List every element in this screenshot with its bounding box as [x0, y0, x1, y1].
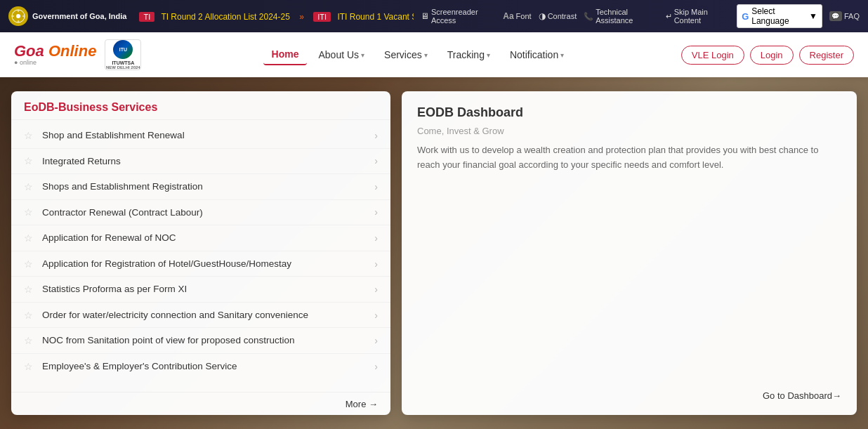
nav-tracking-label: Tracking: [447, 49, 485, 60]
star-icon: ☆: [24, 310, 35, 321]
select-language-button[interactable]: G Select Language ▼: [737, 4, 822, 28]
screenreader-button[interactable]: 🖥 Screenreader Access: [421, 8, 496, 25]
main-nav: Home About Us ▾ Services ▾ Tracking ▾ No…: [154, 44, 681, 65]
itu-text: ITUWTSA: [112, 60, 134, 65]
font-label: Font: [516, 12, 532, 20]
notification-chevron-icon: ▾: [560, 51, 564, 59]
contrast-icon: ◑: [539, 11, 546, 21]
chevron-right-icon: ›: [374, 310, 378, 321]
monitor-icon: 🖥: [421, 11, 429, 21]
ticker-label-2: ITI: [313, 12, 331, 22]
eodb-item-text-8: NOC from Sanitation point of view for pr…: [42, 334, 370, 347]
nav-about-label: About Us: [318, 49, 359, 60]
goa-online-text: Goa Online: [14, 44, 96, 59]
itu-subtext: NEW DELHI 2024: [106, 65, 140, 70]
panels-container: EoDB-Business Services ☆ Shop and Establ…: [0, 77, 868, 429]
eodb-list-item[interactable]: ☆ Contractor Renewal (Contract Labour) ›: [11, 200, 390, 226]
star-icon: ☆: [24, 335, 35, 346]
eodb-list-item[interactable]: ☆ Order for water/electricity connection…: [11, 303, 390, 329]
eodb-list-item[interactable]: ☆ Employee's & Employer's Contribution S…: [11, 354, 390, 379]
font-button[interactable]: Aa Font: [503, 11, 531, 21]
dashboard-description: Work with us to develop a wealth creatio…: [417, 143, 841, 378]
ticker-scroll: TI TI Round 2 Allocation List 2024-25 » …: [139, 12, 413, 22]
contrast-button[interactable]: ◑ Contrast: [539, 11, 577, 21]
eodb-footer: More →: [11, 392, 390, 415]
eodb-list-item[interactable]: ☆ Application for Registration of Hotel/…: [11, 251, 390, 277]
eodb-list: ☆ Shop and Establishment Renewal › ☆ Int…: [11, 120, 390, 392]
govt-emblem-icon: [8, 6, 28, 26]
vle-login-button[interactable]: VLE Login: [681, 46, 744, 65]
technical-label: Technical Assistance: [596, 8, 658, 25]
skip-icon: ↵: [666, 12, 672, 21]
eodb-item-text-3: Contractor Renewal (Contract Labour): [42, 206, 370, 219]
login-button[interactable]: Login: [750, 46, 794, 65]
goa-online-logo[interactable]: Goa Online ● online: [14, 44, 96, 66]
tracking-chevron-icon: ▾: [487, 51, 490, 59]
star-icon: ☆: [24, 361, 35, 372]
chevron-right-icon: ›: [374, 181, 378, 192]
eodb-list-item[interactable]: ☆ Shops and Establishment Registration ›: [11, 174, 390, 200]
eodb-item-text-1: Integrated Returns: [42, 155, 370, 168]
nav-about-us[interactable]: About Us ▾: [310, 45, 373, 65]
eodb-panel-header: EoDB-Business Services: [11, 91, 390, 120]
nav-notification[interactable]: Notification ▾: [501, 45, 572, 65]
eodb-list-item[interactable]: ☆ Statistics Proforma as per Form XI ›: [11, 277, 390, 303]
govt-name-label: Government of Goa, India: [32, 12, 126, 20]
ticker-arrow: »: [299, 12, 304, 22]
top-bar-right: 🖥 Screenreader Access Aa Font ◑ Contrast…: [421, 4, 860, 28]
faq-button[interactable]: 💬 FAQ: [829, 11, 860, 21]
star-icon: ☆: [24, 284, 35, 295]
eodb-list-item[interactable]: ☆ Integrated Returns ›: [11, 149, 390, 175]
chevron-right-icon: ›: [374, 361, 378, 372]
nav-notification-label: Notification: [510, 49, 558, 60]
news-ticker: TI TI Round 2 Allocation List 2024-25 » …: [139, 11, 413, 22]
chat-icon: 💬: [829, 11, 842, 21]
chevron-right-icon: ›: [374, 130, 378, 141]
eodb-title: EoDB-Business Services: [24, 101, 378, 114]
chevron-right-icon: ›: [374, 206, 378, 218]
dashboard-title: EODB Dashboard: [417, 105, 841, 120]
star-icon: ☆: [24, 155, 35, 166]
logo-area: Goa Online ● online ITU ITUWTSA NEW DELH…: [14, 39, 154, 70]
eodb-item-text-2: Shops and Establishment Registration: [42, 180, 370, 193]
eodb-item-text-4: Application for Renewal of NOC: [42, 232, 370, 244]
nav-home[interactable]: Home: [263, 44, 308, 65]
top-bar-left: Government of Goa, India TI TI Round 2 A…: [8, 6, 421, 26]
nav-tracking[interactable]: Tracking ▾: [439, 45, 499, 65]
star-icon: ☆: [24, 258, 35, 270]
eodb-item-text-6: Statistics Proforma as per Form XI: [42, 283, 370, 296]
dashboard-subtitle: Come, Invest & Grow: [417, 126, 841, 136]
skip-label: Skip Main Content: [674, 8, 730, 25]
phone-icon: 📞: [584, 12, 593, 21]
star-icon: ☆: [24, 130, 35, 141]
eodb-list-item[interactable]: ☆ NOC from Sanitation point of view for …: [11, 328, 390, 354]
chevron-right-icon: ›: [374, 258, 378, 270]
eodb-item-text-0: Shop and Establishment Renewal: [42, 129, 370, 142]
services-chevron-icon: ▾: [424, 51, 428, 59]
ticker-item-1: TI Round 2 Allocation List 2024-25: [161, 12, 289, 22]
eodb-list-item[interactable]: ☆ Shop and Establishment Renewal ›: [11, 123, 390, 149]
nav-services[interactable]: Services ▾: [376, 45, 436, 65]
chevron-right-icon: ›: [374, 232, 378, 244]
technical-assistance-link[interactable]: 📞 Technical Assistance: [584, 8, 658, 25]
star-icon: ☆: [24, 181, 35, 192]
ticker-label-1: TI: [139, 12, 154, 22]
chevron-down-icon: ▼: [809, 11, 817, 21]
more-link[interactable]: More →: [346, 399, 378, 409]
eodb-panel: EoDB-Business Services ☆ Shop and Establ…: [11, 91, 390, 415]
star-icon: ☆: [24, 206, 35, 218]
contrast-label: Contrast: [548, 12, 577, 20]
go-to-dashboard-link[interactable]: Go to Dashboard→: [763, 390, 841, 401]
main-header: Goa Online ● online ITU ITUWTSA NEW DELH…: [0, 32, 868, 77]
itu-circle-icon: ITU: [113, 40, 133, 59]
faq-label: FAQ: [844, 12, 860, 20]
eodb-list-item[interactable]: ☆ Application for Renewal of NOC ›: [11, 225, 390, 251]
nav-home-label: Home: [272, 48, 299, 60]
font-icon: Aa: [503, 11, 513, 21]
register-button[interactable]: Register: [799, 46, 854, 65]
star-icon: ☆: [24, 232, 35, 244]
chevron-right-icon: ›: [374, 335, 378, 346]
ticker-item-2: ITI Round 1 Vacant Seat List: [337, 12, 414, 22]
chevron-right-icon: ›: [374, 155, 378, 166]
skip-main-button[interactable]: ↵ Skip Main Content: [666, 8, 730, 25]
